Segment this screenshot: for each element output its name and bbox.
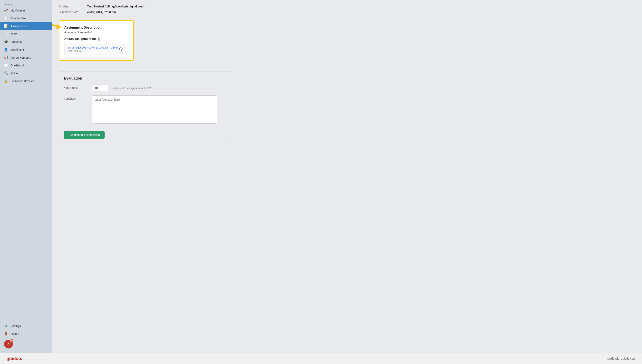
eval-hint: Evaluate this assignment out of 10	[111, 84, 152, 90]
submitted-date-row: Submitted Date: 4 Mar, 2024, 07:58 pm	[59, 10, 635, 14]
footer-logo: guidde.	[7, 356, 22, 361]
sidebar: Instructor 🚀 My Courses 📋 Google Meet 📝 …	[0, 0, 52, 353]
settings-icon: ⚙️	[4, 324, 8, 328]
qa-icon: 🔍	[4, 71, 8, 75]
lockdown-icon: 🔒	[4, 79, 8, 83]
student-label: Student:	[59, 5, 87, 8]
feedback-label: Feedback	[64, 96, 92, 100]
sidebar-item-logout[interactable]: 🚪 Logout	[0, 330, 52, 338]
gradebook-icon: 📊	[4, 64, 8, 67]
evaluation-heading: Evaluation	[64, 76, 227, 80]
sidebar-item-label: Logout	[11, 332, 19, 336]
sidebar-item-label: My Courses	[11, 9, 26, 12]
sidebar-item-label: Settings	[11, 324, 21, 328]
evaluation-section: Evaluation Your Points Evaluate this ass…	[59, 71, 232, 144]
evaluate-submit-button[interactable]: Evaluate this submission	[64, 131, 105, 139]
sidebar-item-settings[interactable]: ⚙️ Settings	[0, 322, 52, 330]
avatar-wrapper: a 12	[0, 338, 52, 350]
submitted-date-label: Submitted Date:	[59, 10, 87, 14]
your-points-input[interactable]	[92, 84, 108, 92]
sidebar-item-my-courses[interactable]: 🚀 My Courses	[0, 6, 52, 14]
logout-icon: 🚪	[4, 332, 8, 336]
enrollment-icon: 👤	[4, 48, 8, 52]
points-row: Your Points Evaluate this assignment out…	[64, 84, 227, 92]
footer-tagline: Made with guidde.com	[607, 357, 635, 360]
main-content: Student: Test Student (billing@verdigris…	[52, 0, 642, 353]
attach-files-heading: Attach assignment file(s)	[64, 37, 128, 40]
sidebar-item-assignments[interactable]: 📝 Assignments	[0, 22, 52, 30]
feedback-row: Feedback	[64, 96, 227, 124]
avatar: a 12	[4, 340, 13, 348]
feedback-textarea[interactable]	[92, 96, 217, 124]
sidebar-item-tests[interactable]: 📖 Tests	[0, 30, 52, 38]
your-points-label: Your Points	[64, 84, 92, 90]
sidebar-item-label: Students	[11, 40, 22, 44]
sidebar-item-label: Lockdown Browser	[11, 80, 34, 83]
sidebar-item-label: Q & A	[11, 72, 18, 75]
download-button[interactable]	[118, 46, 125, 53]
assignment-description-text: Assignment submitted	[64, 30, 128, 34]
student-row: Student: Test Student (billing@verdigris…	[59, 5, 635, 8]
file-item: Screenshot-2024-03-04-at-1.57.53 PM.png …	[64, 43, 128, 55]
assignment-description-heading: Assignment Description:	[64, 26, 128, 30]
sidebar-item-qa[interactable]: 🔍 Q & A	[0, 69, 52, 77]
file-size: Size: 488 KB	[68, 50, 118, 52]
sidebar-item-gradebook[interactable]: 📊 Gradebook	[0, 62, 52, 69]
meet-icon: 📋	[4, 16, 8, 20]
students-icon: 🎓	[4, 40, 8, 44]
file-info: Screenshot-2024-03-04-at-1.57.53 PM.png …	[68, 46, 118, 52]
assignments-icon: 📝	[4, 24, 8, 28]
sidebar-item-students[interactable]: 🎓 Students	[0, 38, 52, 46]
sidebar-item-label: Gradebook	[11, 64, 24, 67]
sidebar-item-enrollment[interactable]: 👤 Enrollment	[0, 46, 52, 54]
submitted-date-value: 4 Mar, 2024, 07:58 pm	[87, 10, 116, 14]
sidebar-item-google-meet[interactable]: 📋 Google Meet	[0, 14, 52, 22]
sidebar-item-label: Google Meet	[11, 17, 27, 20]
tests-icon: 📖	[4, 32, 8, 36]
sidebar-item-announcements[interactable]: 📢 Announcements	[0, 54, 52, 62]
file-name: Screenshot-2024-03-04-at-1.57.53 PM.png	[68, 46, 118, 49]
notification-badge: 12	[10, 339, 14, 342]
footer: guidde. Made with guidde.com	[0, 353, 642, 364]
assignment-description-box: Assignment Description: Assignment submi…	[59, 20, 134, 61]
announcements-icon: 📢	[4, 56, 8, 60]
sidebar-item-label: Announcements	[11, 56, 31, 59]
sidebar-section-label: Instructor	[0, 2, 52, 6]
sidebar-item-label: Assignments	[11, 24, 27, 28]
sidebar-item-label: Enrollment	[11, 48, 24, 51]
rocket-icon: 🚀	[4, 8, 8, 12]
sidebar-item-lockdown[interactable]: 🔒 Lockdown Browser	[0, 77, 52, 85]
student-value: Test Student (billing@verdigrisdigital.c…	[87, 5, 144, 8]
sidebar-item-label: Tests	[11, 32, 17, 36]
